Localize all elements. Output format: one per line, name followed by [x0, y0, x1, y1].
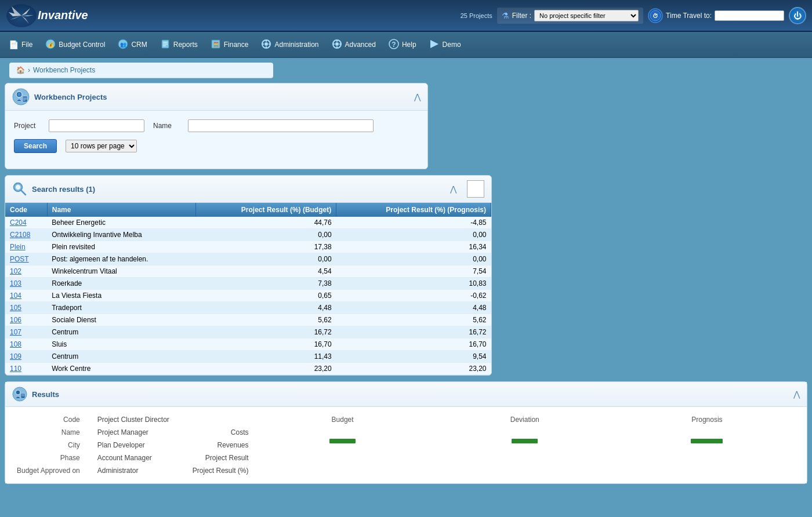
- table-row: C2108 Ontwikkeling Invantive Melba 0,00 …: [5, 229, 491, 241]
- advanced-icon: [332, 39, 342, 51]
- code-link[interactable]: 105: [10, 304, 21, 312]
- filter-select[interactable]: No project specific filter: [534, 10, 639, 21]
- nav-item-demo[interactable]: Demo: [423, 35, 467, 54]
- filter-section: ⚗ Filter : No project specific filter: [497, 8, 643, 24]
- workbench-panel-body: Project Name Search 10 rows per page 25 …: [5, 111, 427, 169]
- cell-code: 110: [5, 363, 47, 375]
- code-link[interactable]: C2108: [10, 231, 30, 239]
- breadcrumb-page: Workbench Projects: [33, 66, 95, 74]
- nav-item-reports[interactable]: Reports: [154, 35, 204, 54]
- results-panel-title: Results: [32, 390, 59, 399]
- nav-label-demo: Demo: [443, 41, 461, 49]
- workbench-panel-header: Workbench Projects ⋀: [5, 83, 427, 111]
- logo-text: Invantive: [38, 9, 88, 22]
- table-row: 103 Roerkade 7,38 10,83: [5, 278, 491, 290]
- budget-column: Budget: [255, 416, 431, 475]
- code-link[interactable]: POST: [10, 255, 29, 263]
- workbench-collapse-button[interactable]: ⋀: [414, 92, 420, 101]
- file-icon: 📄: [9, 40, 19, 49]
- top-bar: Invantive 25 Projects ⚗ Filter : No proj…: [0, 0, 812, 32]
- header-prognosis: Prognosis: [691, 416, 722, 424]
- cell-name: Winkelcentrum Vitaal: [47, 265, 195, 278]
- label-project-result: Project Result: [205, 454, 249, 462]
- cell-name: Sociale Dienst: [47, 314, 195, 326]
- cell-prognosis: 10,83: [336, 278, 491, 290]
- cell-prognosis: 16,34: [336, 241, 491, 253]
- cell-name: Post: algemeen af te handelen.: [47, 253, 195, 265]
- label-costs: Costs: [231, 428, 249, 436]
- nav-label-budget-control: Budget Control: [59, 41, 105, 49]
- cell-budget: 0,65: [195, 290, 336, 302]
- header-budget: Budget: [332, 416, 354, 424]
- budget-control-icon: 💰: [45, 39, 56, 51]
- workbench-panel-title: Workbench Projects: [34, 93, 107, 101]
- nav-item-help[interactable]: ? Help: [383, 35, 422, 54]
- code-link[interactable]: C204: [10, 219, 27, 227]
- svg-text:👥: 👥: [120, 41, 127, 48]
- label-phase: Phase: [60, 454, 80, 462]
- code-link[interactable]: 107: [10, 328, 21, 336]
- code-link[interactable]: 106: [10, 316, 21, 324]
- code-link[interactable]: 109: [10, 352, 21, 361]
- svg-point-48: [16, 390, 20, 395]
- logo: Invantive: [6, 3, 88, 28]
- table-row: 109 Centrum 11,43 9,54: [5, 351, 491, 363]
- main-content: 🏠 › Workbench Projects Workbench Project…: [0, 63, 812, 494]
- project-label: Project: [14, 122, 40, 130]
- nav-item-budget-control[interactable]: 💰 Budget Control: [39, 35, 111, 54]
- nav-label-advanced: Advanced: [345, 41, 376, 49]
- middle-labels: Project Cluster Director Project Manager…: [86, 416, 169, 475]
- home-icon[interactable]: 🏠: [16, 66, 25, 74]
- prognosis-bar: [691, 439, 723, 443]
- nav-item-crm[interactable]: 👥 CRM: [112, 35, 153, 54]
- cell-name: Sluis: [47, 338, 195, 351]
- search-results-body: Code Name Project Result (%) (Budget) Pr…: [5, 203, 491, 375]
- deviation-column: Deviation: [437, 416, 613, 475]
- crm-icon: 👥: [118, 39, 128, 51]
- table-row: C204 Beheer Energetic 44,76 -4,85: [5, 217, 491, 229]
- cell-name: Centrum: [47, 351, 195, 363]
- search-results-collapse-button[interactable]: ⋀: [450, 184, 456, 194]
- cell-budget: 7,38: [195, 278, 336, 290]
- search-row: Search 10 rows per page 25 rows per page…: [14, 139, 419, 153]
- label-code: Code: [63, 416, 80, 424]
- left-labels: Code Name City Phase Budget Approved on: [17, 416, 80, 475]
- results-collapse-button[interactable]: ⋀: [793, 389, 800, 399]
- search-results-extra-icon: [467, 180, 484, 198]
- time-travel-input[interactable]: [715, 10, 784, 21]
- search-button[interactable]: Search: [14, 139, 57, 153]
- cell-code: POST: [5, 253, 47, 265]
- svg-text:🧮: 🧮: [212, 41, 219, 48]
- table-row: 105 Tradeport 4,48 4,48: [5, 302, 491, 314]
- finance-icon: 🧮: [211, 39, 221, 51]
- nav-label-crm: CRM: [131, 41, 147, 49]
- cell-name: Beheer Energetic: [47, 217, 195, 229]
- code-link[interactable]: Plein: [10, 243, 26, 251]
- project-input[interactable]: [49, 119, 144, 132]
- nav-item-advanced[interactable]: Advanced: [326, 35, 382, 54]
- table-row: 108 Sluis 16,70 16,70: [5, 338, 491, 351]
- cell-prognosis: 23,20: [336, 363, 491, 375]
- code-link[interactable]: 110: [10, 365, 21, 373]
- cell-name: Work Centre: [47, 363, 195, 375]
- name-input[interactable]: [188, 119, 374, 132]
- rows-per-page-select[interactable]: 10 rows per page 25 rows per page 50 row…: [66, 140, 137, 152]
- demo-icon: [429, 39, 440, 51]
- code-link[interactable]: 108: [10, 340, 21, 348]
- power-button[interactable]: ⏻: [789, 7, 806, 24]
- cell-budget: 5,62: [195, 314, 336, 326]
- cell-prognosis: 5,62: [336, 314, 491, 326]
- cell-budget: 0,00: [195, 253, 336, 265]
- code-link[interactable]: 103: [10, 279, 21, 287]
- cell-code: C204: [5, 217, 47, 229]
- nav-item-finance[interactable]: 🧮 Finance: [205, 35, 255, 54]
- code-link[interactable]: 104: [10, 292, 21, 300]
- filter-label: Filter :: [512, 12, 531, 20]
- deviation-bar: [512, 439, 538, 443]
- cell-budget: 23,20: [195, 363, 336, 375]
- svg-point-45: [15, 184, 21, 190]
- results-icon: [12, 387, 27, 402]
- nav-item-administration[interactable]: Administration: [255, 35, 324, 54]
- nav-item-file[interactable]: 📄 File: [3, 37, 38, 53]
- code-link[interactable]: 102: [10, 267, 21, 275]
